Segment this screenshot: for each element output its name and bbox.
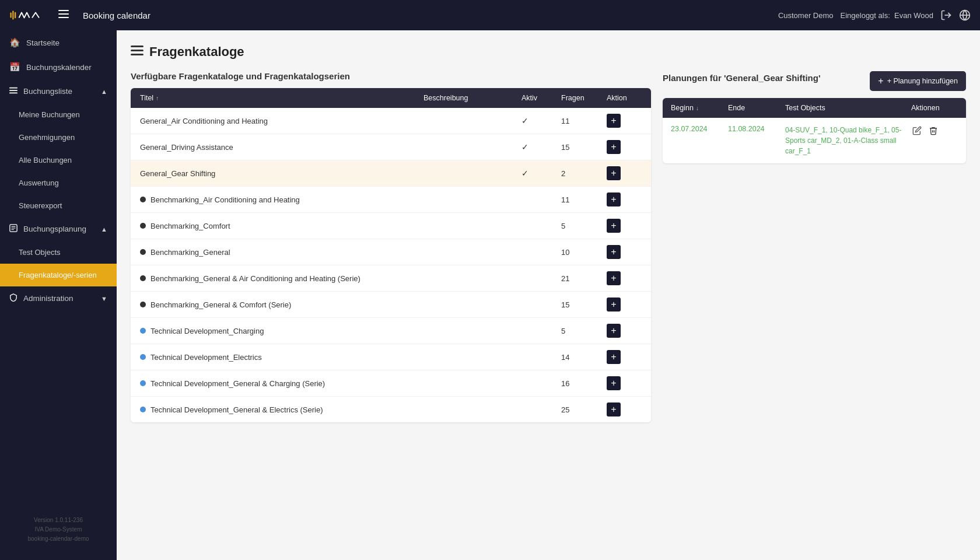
table-row[interactable]: Benchmarking_General & Air Conditioning … — [131, 265, 651, 292]
hamburger-icon[interactable] — [58, 10, 69, 20]
row-add-button[interactable]: + — [607, 114, 621, 128]
table-row[interactable]: General_Driving Assistance ✓ 15 + — [131, 134, 651, 160]
row-title-text: Benchmarking_General & Comfort (Serie) — [150, 300, 291, 309]
svg-rect-1 — [12, 11, 13, 20]
svg-rect-3 — [58, 10, 69, 11]
table-row[interactable]: Technical Development_Electrics 14 + — [131, 344, 651, 370]
row-title: Benchmarking_Air Conditioning and Heatin… — [140, 195, 419, 204]
row-aktion: + — [607, 402, 642, 416]
row-title-text: Technical Development_General & Electric… — [150, 405, 323, 414]
row-title: Technical Development_General & Charging… — [140, 379, 419, 388]
row-add-button[interactable]: + — [607, 324, 621, 338]
add-planning-button[interactable]: + + Planung hinzufügen — [870, 71, 966, 91]
check-icon: ✓ — [522, 142, 528, 152]
logout-button[interactable] — [940, 9, 952, 21]
home-icon: 🏠 — [9, 37, 20, 48]
table-row[interactable]: Benchmarking_Air Conditioning and Heatin… — [131, 187, 651, 213]
svg-rect-11 — [9, 93, 18, 94]
row-aktion: + — [607, 166, 642, 180]
table-row[interactable]: General_Air Conditioning and Heating ✓ 1… — [131, 108, 651, 134]
topbar: Booking calendar Customer Demo Eingelogg… — [0, 0, 980, 30]
plus-icon: + — [878, 76, 883, 86]
header-fragen: Fragen — [561, 94, 602, 102]
row-title: Technical Development_Charging — [140, 327, 419, 335]
row-aktiv: ✓ — [522, 169, 556, 178]
sidebar-item-buchungskalender[interactable]: 📅 Buchungskalender — [0, 55, 117, 79]
row-title-text: General_Gear Shifting — [140, 169, 215, 178]
row-title-text: General_Air Conditioning and Heating — [140, 117, 268, 125]
table-row[interactable]: Benchmarking_General 10 + — [131, 239, 651, 265]
edit-button[interactable] — [911, 125, 923, 139]
row-title: Benchmarking_General & Air Conditioning … — [140, 274, 419, 283]
page-title: Fragenkataloge — [149, 44, 244, 60]
topbar-logged-as: Eingeloggt als: Evan Wood — [841, 11, 933, 20]
row-aktionen — [911, 125, 958, 139]
row-add-button[interactable]: + — [607, 350, 621, 364]
sidebar-item-startseite[interactable]: 🏠 Startseite — [0, 30, 117, 55]
row-title-text: Benchmarking_Comfort — [150, 222, 230, 230]
sidebar: 🏠 Startseite 📅 Buchungskalender Buchungs… — [0, 30, 117, 560]
row-title: General_Driving Assistance — [140, 143, 419, 152]
delete-button[interactable] — [928, 125, 939, 139]
sidebar-item-auswertung[interactable]: Auswertung — [0, 172, 117, 194]
topbar-customer: Customer Demo — [778, 11, 834, 20]
row-add-button[interactable]: + — [607, 219, 621, 233]
row-fragen: 15 — [561, 143, 602, 152]
dot-blue — [140, 328, 146, 334]
row-add-button[interactable]: + — [607, 245, 621, 259]
row-add-button[interactable]: + — [607, 271, 621, 285]
header-beschreibung: Beschreibung — [424, 94, 517, 102]
sidebar-item-steuerexport[interactable]: Steuerexport — [0, 194, 117, 217]
page-header: Fragenkataloge — [131, 44, 966, 60]
kataloge-table: Titel ↑ Beschreibung Aktiv Fragen — [131, 88, 651, 422]
table-row[interactable]: Technical Development_General & Charging… — [131, 370, 651, 397]
row-fragen: 11 — [561, 195, 602, 204]
row-aktion: + — [607, 376, 642, 390]
row-add-button[interactable]: + — [607, 298, 621, 312]
sidebar-item-meine-buchungen[interactable]: Meine Buchungen — [0, 103, 117, 126]
svg-rect-9 — [9, 88, 18, 89]
row-aktion: + — [607, 219, 642, 233]
rth-ende: Ende — [728, 104, 780, 112]
row-title-text: General_Driving Assistance — [140, 143, 233, 152]
topbar-title: Booking calendar — [83, 10, 150, 20]
row-fragen: 15 — [561, 300, 602, 309]
table-row[interactable]: Benchmarking_Comfort 5 + — [131, 213, 651, 239]
row-title-text: Technical Development_Charging — [150, 327, 264, 335]
row-add-button[interactable]: + — [607, 402, 621, 416]
row-title: Benchmarking_Comfort — [140, 222, 419, 230]
table-row[interactable]: General_Gear Shifting ✓ 2 + — [131, 160, 651, 187]
sidebar-item-fragenkataloge[interactable]: Fragenkataloge/-serien — [0, 264, 117, 286]
table-row[interactable]: Technical Development_General & Electric… — [131, 397, 651, 422]
dot-blue — [140, 407, 146, 412]
row-add-button[interactable]: + — [607, 140, 621, 154]
rth-aktionen: Aktionen — [911, 104, 958, 112]
sidebar-item-genehmigungen[interactable]: Genehmigungen — [0, 126, 117, 149]
right-table: Beginn ↓ Ende Test Objects Aktionen — [663, 98, 966, 163]
row-add-button[interactable]: + — [607, 192, 621, 206]
table-header: Titel ↑ Beschreibung Aktiv Fragen — [131, 88, 651, 108]
row-fragen: 21 — [561, 274, 602, 283]
sidebar-section-buchungsplanung[interactable]: Buchungsplanung ▲ — [0, 217, 117, 241]
sidebar-section-administration[interactable]: Administration ▼ — [0, 286, 117, 310]
row-add-button[interactable]: + — [607, 166, 621, 180]
row-aktiv: ✓ — [522, 116, 556, 125]
row-fragen: 10 — [561, 248, 602, 257]
list-icon — [9, 86, 18, 96]
sidebar-section-buchungsliste[interactable]: Buchungsliste ▲ — [0, 79, 117, 103]
row-fragen: 5 — [561, 222, 602, 230]
dot-dark — [140, 275, 146, 281]
row-add-button[interactable]: + — [607, 376, 621, 390]
table-row[interactable]: Technical Development_Charging 5 + — [131, 318, 651, 344]
row-fragen: 16 — [561, 379, 602, 388]
svg-rect-4 — [58, 13, 69, 15]
page-header-icon — [131, 46, 144, 59]
svg-rect-18 — [131, 54, 144, 55]
sidebar-item-test-objects[interactable]: Test Objects — [0, 241, 117, 264]
sidebar-item-alle-buchungen[interactable]: Alle Buchungen — [0, 149, 117, 172]
header-aktion: Aktion — [607, 94, 642, 102]
table-row[interactable]: Benchmarking_General & Comfort (Serie) 1… — [131, 292, 651, 318]
chevron-down-icon: ▼ — [101, 295, 107, 302]
calendar-icon: 📅 — [9, 62, 20, 72]
language-button[interactable] — [959, 9, 971, 21]
